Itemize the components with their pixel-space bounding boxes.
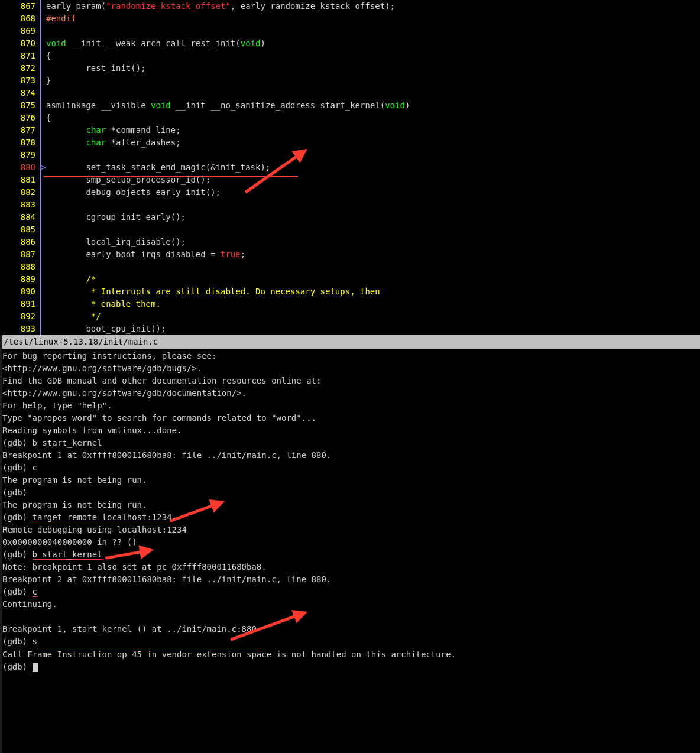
gdb-terminal[interactable]: For bug reporting instructions, please s… bbox=[0, 349, 700, 678]
terminal-line: (gdb) b start_kernel bbox=[2, 548, 698, 561]
code-line[interactable]: 868 #endif bbox=[0, 12, 700, 25]
code-token: void bbox=[385, 100, 405, 110]
code-token: set_task_stack_end_magic(&init_task); bbox=[46, 163, 270, 172]
code-token: void bbox=[241, 38, 261, 48]
terminal-line: (gdb) c bbox=[2, 462, 698, 474]
code-line[interactable]: 887 early_boot_irqs_disabled = true; bbox=[0, 248, 700, 261]
terminal-line: Breakpoint 1, start_kernel () at ../init… bbox=[2, 623, 698, 635]
gutter-separator bbox=[40, 323, 46, 335]
code-line[interactable]: 885 bbox=[0, 223, 700, 236]
code-token bbox=[46, 125, 86, 135]
gutter-separator bbox=[40, 74, 46, 87]
terminal-line: (gdb) bbox=[2, 661, 698, 673]
terminal-line: (gdb) s bbox=[2, 635, 698, 648]
terminal-line bbox=[2, 611, 698, 623]
line-number: 880 bbox=[0, 161, 40, 174]
terminal-line: Call Frame Instruction op 45 in vendor e… bbox=[2, 648, 698, 661]
code-token: ) bbox=[405, 100, 410, 110]
code-line[interactable]: 889 /* bbox=[0, 273, 700, 285]
code-token: "randomize_kstack_offset" bbox=[106, 1, 231, 11]
code-line[interactable]: 878 char *after_dashes; bbox=[0, 137, 700, 149]
code-line[interactable]: 875 asmlinkage __visible void __init __n… bbox=[0, 99, 700, 112]
terminal-line: For help, type "help". bbox=[2, 400, 698, 412]
gutter-separator bbox=[40, 273, 46, 285]
line-number: 882 bbox=[0, 186, 40, 199]
gutter-separator bbox=[40, 223, 46, 236]
code-line[interactable]: 870 void __init __weak arch_call_rest_in… bbox=[0, 37, 700, 50]
terminal-line: (gdb) bbox=[2, 486, 698, 499]
terminal-line: Find the GDB manual and other documentat… bbox=[2, 375, 698, 387]
code-editor[interactable]: 867 early_param("randomize_kstack_offset… bbox=[0, 0, 700, 335]
terminal-line: Breakpoint 1 at 0xffff800011680ba8: file… bbox=[2, 449, 698, 462]
code-token: /* bbox=[86, 274, 96, 284]
code-line[interactable]: 890 * Interrupts are still disabled. Do … bbox=[0, 285, 700, 298]
gutter-separator bbox=[40, 87, 46, 99]
code-line[interactable]: 891 * enable them. bbox=[0, 298, 700, 310]
code-line[interactable]: 874 bbox=[0, 87, 700, 99]
code-line[interactable]: 873 } bbox=[0, 74, 700, 87]
code-line[interactable]: 881 smp_setup_processor_id(); bbox=[0, 174, 700, 186]
gutter-separator bbox=[40, 124, 46, 137]
code-token: local_irq_disable(); bbox=[46, 237, 186, 246]
annotated-command: c bbox=[33, 587, 37, 597]
code-line[interactable]: 884 cgroup_init_early(); bbox=[0, 211, 700, 223]
line-number: 867 bbox=[0, 0, 40, 12]
terminal-line: Note: breakpoint 1 also set at pc 0xffff… bbox=[2, 561, 698, 573]
code-line[interactable]: 872 rest_init(); bbox=[0, 62, 700, 74]
line-number: 892 bbox=[0, 310, 40, 323]
gutter-separator bbox=[40, 248, 46, 261]
code-line[interactable]: 888 bbox=[0, 261, 700, 273]
code-token: boot_cpu_init(); bbox=[46, 324, 166, 333]
gutter-separator bbox=[40, 50, 46, 62]
code-token: void bbox=[151, 100, 171, 110]
terminal-line: Continuing. bbox=[2, 598, 698, 611]
line-number: 890 bbox=[0, 285, 40, 298]
code-token: * enable them. bbox=[46, 299, 161, 309]
code-line[interactable]: 883 bbox=[0, 199, 700, 211]
code-token: #endif bbox=[46, 14, 76, 23]
code-token bbox=[46, 138, 86, 147]
code-token: smp_setup_processor_id(); bbox=[46, 175, 210, 184]
line-number: 879 bbox=[0, 149, 40, 161]
terminal-line: <http://www.gnu.org/software/gdb/documen… bbox=[2, 387, 698, 400]
code-token: cgroup_init_early(); bbox=[46, 212, 186, 222]
code-line[interactable]: 892 */ bbox=[0, 310, 700, 323]
line-number: 878 bbox=[0, 137, 40, 149]
gutter-separator bbox=[40, 149, 46, 161]
terminal-line: The program is not being run. bbox=[2, 474, 698, 486]
gutter-separator bbox=[40, 137, 46, 149]
gutter-separator bbox=[40, 37, 46, 50]
line-number: 891 bbox=[0, 298, 40, 310]
code-line[interactable]: 876 { bbox=[0, 112, 700, 124]
code-token bbox=[46, 274, 86, 284]
terminal-line: (gdb) c bbox=[2, 586, 698, 598]
code-token: } bbox=[46, 76, 51, 85]
code-line[interactable]: 882 debug_objects_early_init(); bbox=[0, 186, 700, 199]
code-token: rest_init(); bbox=[46, 63, 146, 73]
line-number: 893 bbox=[0, 323, 40, 335]
line-number: 887 bbox=[0, 248, 40, 261]
code-line[interactable]: 867 early_param("randomize_kstack_offset… bbox=[0, 0, 700, 12]
code-token: __init __weak arch_call_rest_init( bbox=[66, 38, 241, 48]
code-line[interactable]: 893 boot_cpu_init(); bbox=[0, 323, 700, 335]
gutter-separator bbox=[40, 285, 46, 298]
code-line[interactable]: 886 local_irq_disable(); bbox=[0, 236, 700, 248]
code-line[interactable]: 877 char *command_line; bbox=[0, 124, 700, 137]
annotated-command: b start_kernel bbox=[33, 550, 102, 560]
terminal-line: Reading symbols from vmlinux...done. bbox=[2, 424, 698, 437]
terminal-line: 0x0000000040000000 in ?? () bbox=[2, 536, 698, 548]
code-line[interactable]: 869 bbox=[0, 25, 700, 37]
code-line[interactable]: 879 bbox=[0, 149, 700, 161]
terminal-line: Breakpoint 2 at 0xffff800011680ba8: file… bbox=[2, 573, 698, 586]
code-line[interactable]: 880> set_task_stack_end_magic(&init_task… bbox=[0, 161, 700, 174]
gutter-separator bbox=[40, 112, 46, 124]
code-token: early_param( bbox=[46, 1, 106, 11]
gutter-separator bbox=[40, 310, 46, 323]
code-token: { bbox=[46, 51, 51, 60]
terminal-cursor bbox=[33, 663, 38, 672]
gutter-separator bbox=[40, 211, 46, 223]
code-line[interactable]: 871 { bbox=[0, 50, 700, 62]
line-number: 872 bbox=[0, 62, 40, 74]
line-number: 868 bbox=[0, 12, 40, 25]
file-path-bar: /test/linux-5.13.18/init/main.c bbox=[0, 335, 700, 349]
